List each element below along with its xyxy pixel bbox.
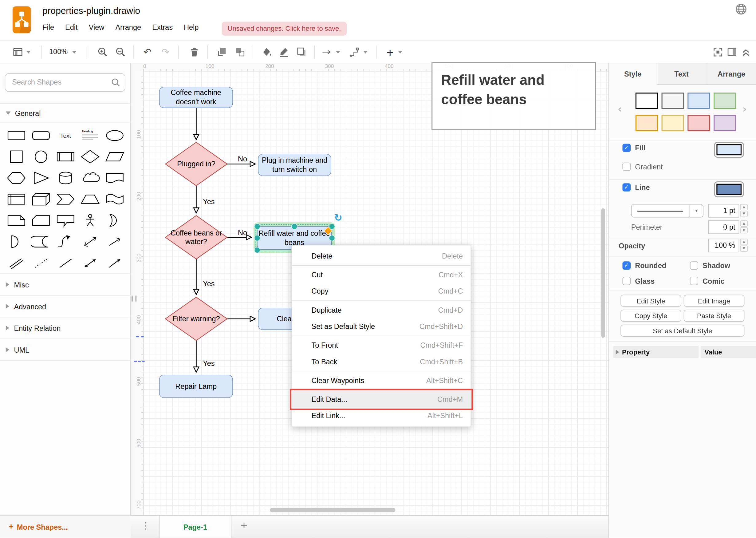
undo-button[interactable]: ↶	[141, 46, 154, 58]
context-menu-item-copy[interactable]: CopyCmd+C	[292, 283, 471, 299]
flow-node-coffee-beans[interactable]: Coffee beans or water?	[170, 225, 223, 249]
menu-view[interactable]: View	[89, 23, 105, 31]
shape-rectangle[interactable]	[4, 125, 28, 146]
shape-arrow[interactable]	[102, 231, 127, 252]
edge-label-yes-4[interactable]: Yes	[203, 359, 215, 367]
flow-node-plug-in-machine[interactable]: Plug in machine and turn switch on	[258, 154, 331, 176]
expand-icon[interactable]	[616, 350, 619, 354]
style-swatch-6[interactable]	[687, 115, 710, 131]
menu-file[interactable]: File	[42, 23, 54, 31]
collapse-toolbar-button[interactable]	[740, 46, 752, 58]
view-layout-caret-icon[interactable]	[26, 51, 30, 53]
menu-edit[interactable]: Edit	[65, 23, 78, 31]
sidebar-section-advanced[interactable]: Advanced	[0, 295, 130, 317]
document-title[interactable]: properties-plugin.drawio	[42, 6, 140, 17]
zoom-caret-icon[interactable]	[72, 51, 76, 53]
shape-bidirectional-connector[interactable]	[78, 252, 102, 274]
to-back-button[interactable]	[234, 46, 246, 58]
flow-node-filter-warning[interactable]: Filter warning?	[170, 307, 223, 331]
gradient-checkbox[interactable]	[622, 163, 630, 171]
style-swatch-0[interactable]	[635, 92, 658, 109]
shape-callout[interactable]	[53, 210, 78, 231]
opacity-stepper[interactable]: ▲▼	[740, 239, 748, 252]
swatch-prev-icon[interactable]: ‹	[618, 103, 622, 115]
line-color-button[interactable]	[278, 46, 290, 58]
context-menu-item-to-front[interactable]: To FrontCmd+Shift+F	[292, 337, 471, 353]
copy-style-button[interactable]: Copy Style	[621, 309, 681, 322]
language-globe-icon[interactable]	[735, 3, 747, 15]
shadow-checkbox[interactable]	[690, 261, 698, 270]
insert-caret-icon[interactable]	[398, 51, 402, 53]
shape-line[interactable]	[53, 252, 78, 274]
rotate-handle-icon[interactable]: ↻	[334, 212, 342, 224]
shadow-button[interactable]	[295, 46, 308, 58]
shape-trapezoid[interactable]	[78, 188, 102, 210]
edit-image-button[interactable]: Edit Image	[684, 295, 745, 307]
edge-label-no-2[interactable]: No	[238, 229, 247, 237]
resize-handle-n[interactable]	[291, 223, 297, 229]
style-swatch-2[interactable]	[687, 92, 710, 109]
waypoints-button[interactable]	[348, 46, 361, 58]
fill-checkbox[interactable]	[622, 144, 630, 152]
shape-step[interactable]	[53, 188, 78, 210]
pages-menu-icon[interactable]: ⋮	[141, 520, 151, 531]
style-swatch-4[interactable]	[635, 115, 658, 131]
edge-label-no-0[interactable]: No	[238, 155, 247, 163]
perimeter-input[interactable]: 0 pt	[708, 220, 739, 234]
fill-color-button[interactable]	[260, 46, 273, 58]
format-panel-toggle-button[interactable]	[726, 46, 738, 58]
unsaved-changes-notice[interactable]: Unsaved changes. Click here to save.	[222, 22, 347, 36]
paste-style-button[interactable]: Paste Style	[684, 309, 745, 322]
line-width-stepper[interactable]: ▲▼	[740, 204, 748, 218]
context-menu-item-duplicate[interactable]: DuplicateCmd+D	[292, 302, 471, 318]
shape-internal-storage[interactable]	[4, 188, 28, 210]
resize-handle-w[interactable]	[254, 235, 260, 241]
shape-parallelogram[interactable]	[102, 146, 127, 167]
resize-handle-sw[interactable]	[254, 246, 260, 253]
perimeter-stepper[interactable]: ▲▼	[740, 220, 748, 234]
line-width-input[interactable]: 1 pt	[708, 204, 739, 218]
shape-directional-connector[interactable]	[102, 252, 127, 274]
context-menu-item-edit-link[interactable]: Edit Link...Alt+Shift+L	[292, 408, 471, 424]
set-default-style-button[interactable]: Set as Default Style	[621, 325, 744, 337]
shape-note[interactable]	[4, 210, 28, 231]
context-menu-item-delete[interactable]: DeleteDelete	[292, 248, 471, 264]
shape-text[interactable]: Text	[53, 125, 78, 146]
shape-square[interactable]	[4, 146, 28, 167]
context-menu-item-edit-data[interactable]: Edit Data...Cmd+M	[292, 391, 471, 407]
shape-and[interactable]	[4, 231, 28, 252]
delete-button[interactable]	[188, 46, 201, 58]
tab-text[interactable]: Text	[657, 63, 706, 85]
connection-style-button[interactable]	[321, 46, 334, 58]
shape-document[interactable]	[102, 167, 127, 188]
flow-node-repair-lamp[interactable]: Repair Lamp	[159, 375, 233, 398]
shape-tape[interactable]	[102, 188, 127, 210]
flow-node-plugged-in[interactable]: Plugged in?	[170, 152, 223, 176]
line-checkbox[interactable]	[622, 183, 630, 191]
shape-cylinder[interactable]	[53, 167, 78, 188]
shape-dotted-line[interactable]	[28, 252, 53, 274]
shape-cube[interactable]	[28, 188, 53, 210]
property-header[interactable]: Property	[613, 346, 699, 358]
connection-caret-icon[interactable]	[336, 51, 340, 53]
dropdown-caret-icon[interactable]: ▼	[690, 204, 703, 217]
line-style-dropdown[interactable]: ▼	[631, 204, 703, 218]
horizontal-scrollbar[interactable]	[270, 508, 395, 512]
sidebar-section-misc[interactable]: Misc	[0, 274, 130, 296]
view-layout-button[interactable]	[12, 46, 24, 58]
shape-cloud[interactable]	[78, 167, 102, 188]
fullscreen-button[interactable]	[712, 46, 724, 58]
add-page-button[interactable]: +	[241, 519, 247, 532]
context-menu-item-clear-waypoints[interactable]: Clear WaypointsAlt+Shift+C	[292, 372, 471, 389]
shape-circle[interactable]	[28, 146, 53, 167]
swatch-next-icon[interactable]: ›	[742, 103, 747, 115]
style-swatch-5[interactable]	[662, 115, 684, 131]
menu-arrange[interactable]: Arrange	[115, 23, 141, 31]
shape-bidirectional-arrow[interactable]	[78, 231, 102, 252]
more-shapes-bar[interactable]: + More Shapes...	[0, 515, 130, 538]
shape-hexagon[interactable]	[4, 167, 28, 188]
shape-process[interactable]	[53, 146, 78, 167]
menu-extras[interactable]: Extras	[152, 23, 173, 31]
shape-link[interactable]	[4, 252, 28, 274]
shape-ellipse[interactable]	[102, 125, 127, 146]
